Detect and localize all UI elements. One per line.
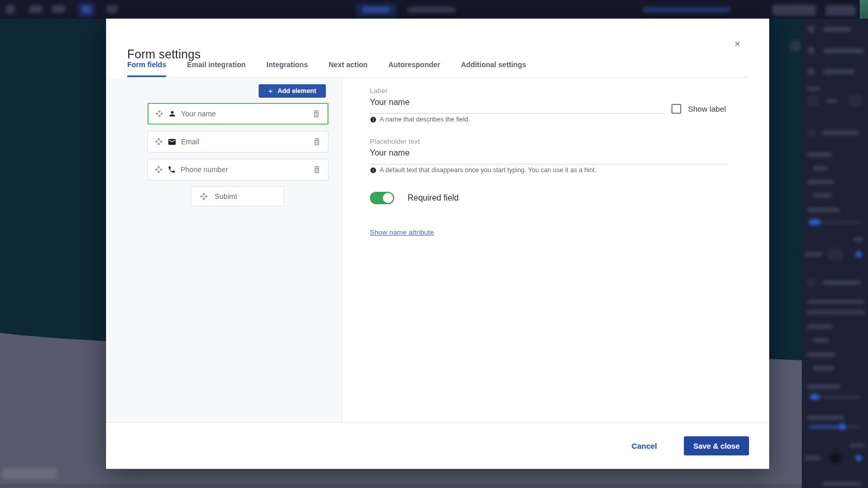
blurred-toolbar-placeholder [107, 5, 118, 13]
form-element-submit[interactable]: Subimt [191, 186, 284, 206]
blurred-setting-placeholder [807, 353, 835, 357]
blurred-setting-placeholder [810, 394, 819, 400]
blurred-toolbar-placeholder [408, 7, 455, 13]
blurred-toolbar-placeholder [643, 7, 730, 13]
label-field-input[interactable]: Your name [370, 98, 410, 107]
blurred-setting-placeholder [813, 193, 832, 197]
blurred-setting-placeholder [807, 300, 865, 303]
blurred-cookie-button-placeholder [2, 468, 57, 479]
delete-element-button[interactable] [312, 138, 321, 146]
blurred-toolbar-placeholder [52, 5, 65, 13]
blurred-setting-placeholder [854, 238, 864, 241]
person-icon [168, 110, 176, 118]
info-icon [370, 116, 377, 123]
phone-icon [168, 165, 176, 174]
show-label-checkbox[interactable] [671, 104, 681, 114]
blurred-setting-placeholder [829, 249, 842, 260]
blurred-setting-placeholder [849, 444, 865, 447]
blurred-setting-placeholder [807, 416, 844, 420]
element-label: Your name [181, 110, 312, 118]
plus-icon: + [268, 86, 273, 95]
blurred-setting-placeholder [824, 49, 864, 53]
blurred-toolbar-placeholder [362, 7, 390, 13]
blurred-setting-placeholder [808, 129, 815, 136]
link-prefix: Show [370, 228, 390, 236]
modal-tabs: Form fieldsEmail integrationIntegrations… [127, 59, 526, 78]
blurred-setting-placeholder [807, 279, 815, 286]
blurred-toolbar-placeholder [826, 5, 856, 16]
drag-handle-icon[interactable] [200, 192, 208, 201]
close-button[interactable] [729, 35, 745, 52]
blurred-toolbar-placeholder [5, 4, 16, 14]
canvas-bottom-shade [0, 484, 868, 488]
element-label: Subimt [215, 192, 237, 201]
drag-handle-icon[interactable] [155, 110, 163, 118]
email-icon [168, 138, 176, 146]
blurred-setting-placeholder [827, 99, 837, 103]
hint-text: A default text that disappears once you … [380, 166, 596, 174]
close-icon [734, 40, 741, 48]
element-label: Phone number [181, 165, 312, 174]
drag-handle-icon[interactable] [155, 138, 163, 146]
blurred-setting-placeholder [856, 455, 862, 461]
blurred-setting-placeholder [824, 27, 850, 32]
required-field-toggle[interactable] [370, 192, 394, 204]
show-label-checkbox-row[interactable]: Show label [671, 104, 726, 114]
placeholder-field-underline [370, 164, 728, 164]
blurred-toolbar-placeholder [82, 6, 91, 13]
form-element-your-name[interactable]: Your name [147, 103, 328, 125]
info-icon [370, 167, 377, 174]
field-settings-panel: Label Your name A name that describes th… [343, 78, 769, 422]
blurred-setting-placeholder [809, 219, 820, 225]
link-italic-word: name [390, 228, 407, 236]
blurred-setting-placeholder [822, 482, 862, 486]
blurred-setting-placeholder [813, 366, 834, 370]
blurred-setting-placeholder [808, 48, 814, 54]
blurred-setting-placeholder [807, 325, 833, 329]
blurred-setting-placeholder [808, 68, 814, 74]
tab-email-integration[interactable]: Email integration [187, 60, 246, 78]
blurred-setting-placeholder [822, 131, 859, 135]
blurred-setting-placeholder [809, 426, 842, 428]
tab-form-fields[interactable]: Form fields [127, 60, 166, 78]
label-field-hint: A name that describes the field. [370, 116, 470, 123]
form-elements-panel: + Add element Your nameEmailPhone number… [106, 78, 342, 422]
blurred-corner-accent [860, 0, 868, 19]
cancel-button[interactable]: Cancel [632, 441, 657, 450]
tab-additional-settings[interactable]: Additional settings [461, 60, 526, 78]
form-settings-modal: Form settings Form fieldsEmail integrati… [106, 19, 769, 469]
form-element-phone-number[interactable]: Phone number [147, 159, 328, 180]
blurred-setting-placeholder [856, 251, 862, 257]
modal-footer: Cancel Save & close [106, 422, 769, 469]
tab-autoresponder[interactable]: Autoresponder [388, 60, 440, 78]
blurred-setting-placeholder [813, 338, 829, 342]
show-label-label: Show label [688, 104, 726, 113]
delete-element-button[interactable] [312, 110, 321, 118]
form-element-email[interactable]: Email [147, 131, 328, 152]
placeholder-field-label: Placeholder text [370, 138, 420, 145]
tab-next-action[interactable]: Next action [328, 60, 367, 78]
blurred-bubble-placeholder [789, 39, 802, 52]
blurred-setting-placeholder [807, 180, 834, 184]
placeholder-field-input[interactable]: Your name [370, 148, 410, 158]
blurred-setting-placeholder [813, 166, 828, 171]
add-element-button[interactable]: + Add element [259, 84, 326, 98]
tabs-divider [127, 77, 749, 78]
blurred-setting-placeholder [805, 252, 822, 256]
editor-settings-panel [802, 19, 868, 488]
required-field-label: Required field [408, 193, 459, 203]
show-name-attribute-link[interactable]: Show name attribute [370, 228, 434, 236]
tab-integrations[interactable]: Integrations [266, 60, 308, 78]
label-field-label: Label [370, 87, 387, 95]
blurred-setting-placeholder [849, 96, 861, 106]
blurred-setting-placeholder [807, 152, 832, 157]
blurred-setting-placeholder [807, 385, 840, 389]
delete-element-button[interactable] [312, 165, 321, 174]
drag-handle-icon[interactable] [155, 165, 163, 174]
link-suffix: attribute [407, 228, 434, 236]
save-close-button[interactable]: Save & close [684, 436, 749, 455]
blurred-setting-placeholder [808, 96, 818, 105]
blurred-toolbar-placeholder [29, 5, 42, 13]
hint-text: A name that describes the field. [380, 116, 470, 123]
required-field-row: Required field [370, 192, 459, 204]
